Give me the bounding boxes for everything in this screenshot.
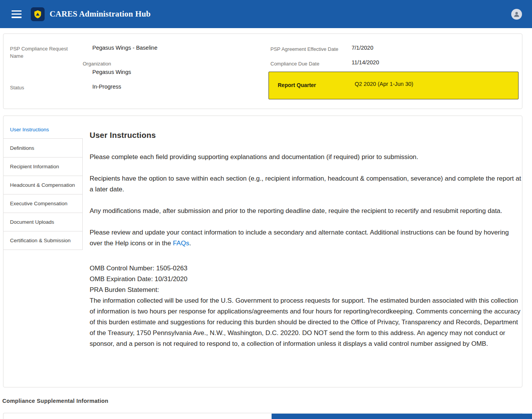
instruction-paragraph-1: Please complete each field providing sup… xyxy=(90,152,521,163)
instruction-paragraph-4-after: . xyxy=(189,240,191,247)
instruction-paragraph-2: Recipients have the option to save withi… xyxy=(90,173,521,195)
due-date-value: 11/14/2020 xyxy=(352,59,379,66)
report-quarter-value: Q2 2020 (Apr 1-Jun 30) xyxy=(355,81,413,87)
instruction-paragraph-4-text: Please review and update your contact in… xyxy=(90,229,509,247)
report-quarter-label: Report Quarter xyxy=(278,82,316,88)
status-value: In-Progress xyxy=(92,83,121,91)
supplemental-section-heading: Compliance Supplemental Information xyxy=(2,398,108,404)
omb-control-number: OMB Control Number: 1505-0263 xyxy=(90,263,521,274)
pra-burden-statement: The information collected will be used f… xyxy=(90,295,521,349)
content-heading: User Instructions xyxy=(90,131,521,140)
user-instructions-content: User Instructions Please complete each f… xyxy=(90,131,521,349)
request-name-label: PSP Compliance Request Name xyxy=(10,45,72,60)
app-logo-icon xyxy=(31,7,45,21)
faqs-link[interactable]: FAQs xyxy=(173,240,189,247)
tab-recipient-information[interactable]: Recipient Information xyxy=(3,157,82,176)
organization-label: Organization xyxy=(83,60,111,67)
section-tab-stack: Definitions Recipient Information Headco… xyxy=(3,138,83,250)
tab-document-uploads[interactable]: Document Uploads xyxy=(3,213,82,231)
pra-burden-label: PRA Burden Statement: xyxy=(90,285,521,295)
compliance-request-summary-card: PSP Compliance Request Name Pegasus Wing… xyxy=(3,34,522,109)
partial-section-bar xyxy=(272,414,532,419)
organization-value: Pegasus Wings xyxy=(92,68,131,76)
due-date-label: Compliance Due Date xyxy=(270,60,319,67)
tab-certification-submission[interactable]: Certification & Submission xyxy=(3,231,82,250)
app-title: CARES Administration Hub xyxy=(50,9,151,19)
tab-definitions[interactable]: Definitions xyxy=(3,139,82,157)
effective-date-label: PSP Agreement Effective Date xyxy=(270,45,339,53)
instruction-paragraph-3: Any modifications made, after submission… xyxy=(90,206,521,216)
report-sections-card: User Instructions Definitions Recipient … xyxy=(3,116,522,387)
instruction-paragraph-4: Please review and update your contact in… xyxy=(90,227,521,249)
report-quarter-highlight: Report Quarter Q2 2020 (Apr 1-Jun 30) xyxy=(269,72,519,99)
tab-user-instructions[interactable]: User Instructions xyxy=(3,121,83,138)
effective-date-value: 7/1/2020 xyxy=(352,44,373,52)
omb-statement-block: OMB Control Number: 1505-0263 OMB Expira… xyxy=(90,263,521,349)
hamburger-menu-icon[interactable] xyxy=(12,10,22,18)
user-avatar-icon[interactable] xyxy=(511,9,522,20)
tab-executive-compensation[interactable]: Executive Compensation xyxy=(3,194,82,213)
top-navigation-bar: CARES Administration Hub xyxy=(0,0,532,28)
status-label: Status xyxy=(10,84,24,91)
request-name-value: Pegasus Wings - Baseline xyxy=(92,44,157,52)
omb-expiration-date: OMB Expiration Date: 10/31/2020 xyxy=(90,274,521,285)
section-tabs: User Instructions Definitions Recipient … xyxy=(3,116,83,250)
tab-headcount-compensation[interactable]: Headcount & Compensation xyxy=(3,176,82,194)
